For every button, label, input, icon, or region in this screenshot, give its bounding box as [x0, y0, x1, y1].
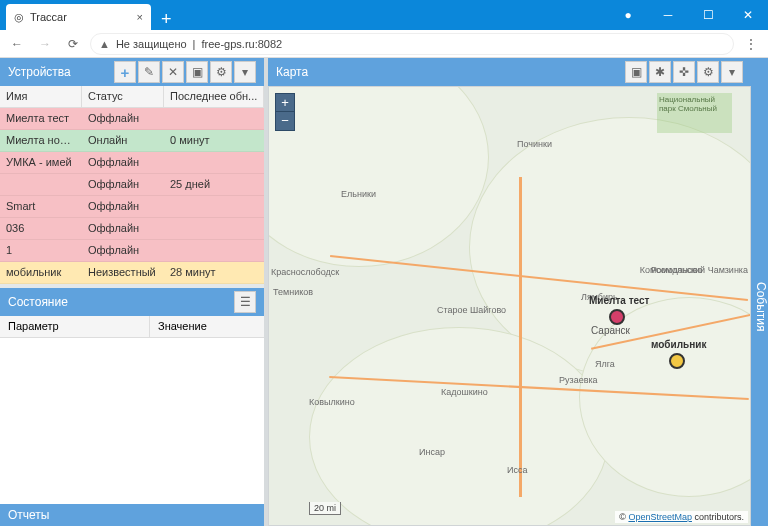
device-delete-button[interactable]: ✕ [162, 61, 184, 83]
device-settings-button[interactable]: ⚙ [210, 61, 232, 83]
device-last [164, 152, 264, 173]
map-title: Карта [276, 65, 308, 79]
device-status: Оффлайн [82, 218, 164, 239]
devices-body: Миелта тестОффлайнМиелта нормал...Онлайн… [0, 108, 264, 284]
map-attribution: © OpenStreetMap contributors. [615, 511, 748, 523]
device-name: 1 [0, 240, 82, 261]
device-last: 25 дней [164, 174, 264, 195]
device-name: 036 [0, 218, 82, 239]
nav-back-button[interactable]: ← [6, 33, 28, 55]
map-label: Рузаевка [559, 375, 598, 385]
device-edit-button[interactable]: ✎ [138, 61, 160, 83]
right-column: Карта ▣ ✱ ✜ ⚙ ▾ Национальный парк Смольн… [268, 58, 768, 526]
events-panel-collapsed[interactable]: События [751, 58, 768, 526]
device-name: Smart [0, 196, 82, 217]
device-row[interactable]: 036Оффлайн [0, 218, 264, 240]
state-menu-button[interactable]: ☰ [234, 291, 256, 313]
map-fit-button[interactable]: ✜ [673, 61, 695, 83]
state-col-value[interactable]: Значение [150, 316, 264, 337]
map-marker-mobilnik[interactable] [669, 353, 685, 369]
state-title: Состояние [8, 295, 68, 309]
url-text: free-gps.ru:8082 [201, 38, 282, 50]
reports-panel-header[interactable]: Отчеты [0, 504, 264, 526]
map-follow-button[interactable]: ✱ [649, 61, 671, 83]
device-row[interactable]: Миелта тестОффлайн [0, 108, 264, 130]
map-label: Инсар [419, 447, 445, 457]
nav-forward-button[interactable]: → [34, 33, 56, 55]
device-row[interactable]: Оффлайн25 дней [0, 174, 264, 196]
map-marker-mielta[interactable] [609, 309, 625, 325]
map-scale: 20 mi [309, 502, 341, 515]
app-root: Устройства + ✎ ✕ ▣ ⚙ ▾ Имя Статус Послед… [0, 58, 768, 526]
device-status: Оффлайн [82, 174, 164, 195]
new-tab-button[interactable]: + [151, 9, 182, 30]
window-close-button[interactable]: ✕ [728, 0, 768, 30]
device-more-button[interactable]: ▾ [234, 61, 256, 83]
map-label: Ельники [341, 189, 376, 199]
map-label: Саранск [591, 325, 630, 336]
device-name: Миелта нормал... [0, 130, 82, 151]
device-status: Оффлайн [82, 152, 164, 173]
map-label: Темников [273, 287, 313, 297]
map-panel-header: Карта ▣ ✱ ✜ ⚙ ▾ [268, 58, 751, 86]
map-marker-label: Миелта тест [589, 295, 649, 306]
left-column: Устройства + ✎ ✕ ▣ ⚙ ▾ Имя Статус Послед… [0, 58, 268, 526]
map-label: Комсомольский Чамзинка [640, 265, 748, 275]
settings-dot-icon[interactable]: ● [608, 0, 648, 30]
osm-link[interactable]: OpenStreetMap [628, 512, 692, 522]
device-row[interactable]: 1Оффлайн [0, 240, 264, 262]
device-name: УМКА - имей [0, 152, 82, 173]
window-minimize-button[interactable]: ─ [648, 0, 688, 30]
map-label: Ялга [595, 359, 615, 369]
map-label: Краснослободск [271, 267, 339, 277]
state-header-row: Параметр Значение [0, 316, 264, 338]
device-last [164, 196, 264, 217]
browser-menu-button[interactable]: ⋮ [740, 37, 762, 51]
tab-title: Traccar [30, 11, 67, 23]
zoom-in-button[interactable]: + [276, 94, 294, 112]
device-status: Онлайн [82, 130, 164, 151]
park-label: Национальный парк Смольный [657, 93, 732, 133]
map-canvas[interactable]: Национальный парк Смольный Починки Ельни… [268, 86, 751, 526]
device-row[interactable]: мобильникНеизвестный28 минут [0, 262, 264, 284]
map-more-button[interactable]: ▾ [721, 61, 743, 83]
map-label: Кадошкино [441, 387, 488, 397]
window-maximize-button[interactable]: ☐ [688, 0, 728, 30]
col-status[interactable]: Статус [82, 86, 164, 107]
devices-title: Устройства [8, 65, 71, 79]
map-label: Ковылкино [309, 397, 355, 407]
state-col-param[interactable]: Параметр [0, 316, 150, 337]
device-row[interactable]: Миелта нормал...Онлайн0 минут [0, 130, 264, 152]
map-settings-button[interactable]: ⚙ [697, 61, 719, 83]
state-panel-header: Состояние ☰ [0, 288, 264, 316]
col-name[interactable]: Имя [0, 86, 82, 107]
browser-toolbar: ← → ⟳ ▲ Не защищено | free-gps.ru:8082 ⋮ [0, 30, 768, 58]
device-last [164, 108, 264, 129]
map-label: Старое Шайгово [437, 305, 506, 315]
device-status: Оффлайн [82, 196, 164, 217]
device-row[interactable]: УМКА - имейОффлайн [0, 152, 264, 174]
not-secure-icon: ▲ [99, 38, 110, 50]
devices-panel-header: Устройства + ✎ ✕ ▣ ⚙ ▾ [0, 58, 264, 86]
device-command-button[interactable]: ▣ [186, 61, 208, 83]
address-bar[interactable]: ▲ Не защищено | free-gps.ru:8082 [90, 33, 734, 55]
device-status: Неизвестный [82, 262, 164, 283]
device-last [164, 240, 264, 261]
nav-reload-button[interactable]: ⟳ [62, 33, 84, 55]
state-panel: Состояние ☰ Параметр Значение [0, 288, 264, 504]
device-name: мобильник [0, 262, 82, 283]
device-row[interactable]: SmartОффлайн [0, 196, 264, 218]
browser-tab[interactable]: ◎ Traccar × [6, 4, 151, 30]
events-title: События [754, 282, 768, 332]
devices-header-row: Имя Статус Последнее обн... [0, 86, 264, 108]
device-name: Миелта тест [0, 108, 82, 129]
zoom-out-button[interactable]: − [276, 112, 294, 130]
window-titlebar: ◎ Traccar × + ● ─ ☐ ✕ [0, 0, 768, 30]
tab-close-icon[interactable]: × [137, 11, 143, 23]
device-status: Оффлайн [82, 108, 164, 129]
col-last[interactable]: Последнее обн... [164, 86, 264, 107]
device-status: Оффлайн [82, 240, 164, 261]
map-geofence-button[interactable]: ▣ [625, 61, 647, 83]
device-add-button[interactable]: + [114, 61, 136, 83]
map-marker-label: мобильник [651, 339, 706, 350]
